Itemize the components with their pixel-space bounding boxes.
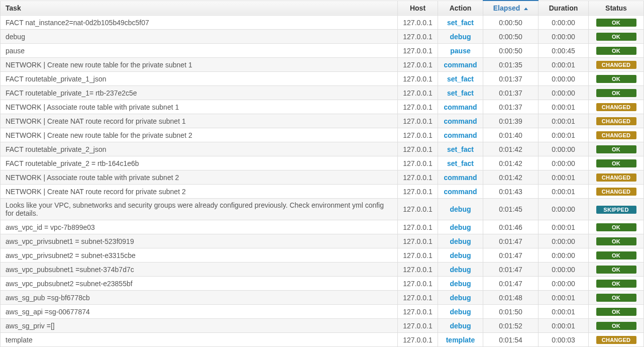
task-cell: NETWORK | Associate route table with pri… bbox=[1, 100, 398, 114]
table-body: FACT nat_instance2=nat-0d2b105b49cbc5f07… bbox=[1, 16, 644, 348]
col-action[interactable]: Action bbox=[438, 1, 483, 16]
action-cell: command bbox=[438, 100, 483, 114]
status-cell: OK bbox=[589, 72, 644, 86]
table-row[interactable]: NETWORK | Associate route table with pri… bbox=[1, 100, 644, 114]
duration-cell: 0:00:01 bbox=[539, 185, 589, 199]
action-link[interactable]: debug bbox=[450, 266, 471, 274]
action-cell: debug bbox=[438, 248, 483, 263]
host-cell: 127.0.0.1 bbox=[398, 291, 438, 305]
action-link[interactable]: debug bbox=[450, 251, 471, 259]
action-link[interactable]: debug bbox=[450, 280, 471, 288]
status-cell: CHANGED bbox=[589, 185, 644, 199]
task-cell: debug bbox=[1, 30, 398, 44]
action-link[interactable]: debug bbox=[450, 205, 471, 213]
action-link[interactable]: set_fact bbox=[447, 19, 474, 27]
action-link[interactable]: command bbox=[444, 131, 477, 139]
table-row[interactable]: FACT routetable_private_2_json127.0.0.1s… bbox=[1, 142, 644, 156]
action-link[interactable]: debug bbox=[450, 322, 471, 330]
action-cell: command bbox=[438, 170, 483, 185]
elapsed-cell: 0:01:54 bbox=[483, 333, 539, 347]
host-cell: 127.0.0.1 bbox=[398, 170, 438, 185]
table-row[interactable]: FACT routetable_private_1= rtb-237e2c5e1… bbox=[1, 86, 644, 100]
action-cell: set_fact bbox=[438, 72, 483, 86]
table-row[interactable]: aws_vpc_id = vpc-7b899e03127.0.0.1debug0… bbox=[1, 220, 644, 234]
table-row[interactable]: template127.0.0.1template0:01:540:00:03C… bbox=[1, 333, 644, 347]
elapsed-cell: 0:01:52 bbox=[483, 319, 539, 333]
status-cell: CHANGED bbox=[589, 58, 644, 72]
action-link[interactable]: debug bbox=[450, 294, 471, 302]
table-row[interactable]: FACT routetable_private_1_json127.0.0.1s… bbox=[1, 72, 644, 86]
duration-cell: 0:00:01 bbox=[539, 305, 589, 319]
task-cell: FACT routetable_private_2_json bbox=[1, 142, 398, 156]
col-duration-label: Duration bbox=[549, 4, 578, 12]
host-cell: 127.0.0.1 bbox=[398, 86, 438, 100]
host-cell: 127.0.0.1 bbox=[398, 100, 438, 114]
col-status[interactable]: Status bbox=[589, 1, 644, 16]
action-link[interactable]: set_fact bbox=[447, 145, 474, 153]
action-cell: debug bbox=[438, 277, 483, 291]
task-cell: Looks like your VPC, subnetworks and sec… bbox=[1, 199, 398, 220]
table-row[interactable]: FACT routetable_private_2 = rtb-164c1e6b… bbox=[1, 156, 644, 170]
action-link[interactable]: command bbox=[444, 103, 477, 111]
task-cell: aws_vpc_pubsubnet1 =subnet-374b7d7c bbox=[1, 263, 398, 277]
task-cell: FACT routetable_private_1= rtb-237e2c5e bbox=[1, 86, 398, 100]
status-badge: OK bbox=[596, 322, 636, 330]
status-cell: OK bbox=[589, 30, 644, 44]
action-cell: debug bbox=[438, 291, 483, 305]
table-row[interactable]: NETWORK | Associate route table with pri… bbox=[1, 170, 644, 185]
table-row[interactable]: FACT nat_instance2=nat-0d2b105b49cbc5f07… bbox=[1, 16, 644, 30]
table-row[interactable]: aws_vpc_pubsubnet2 =subnet-e23855bf127.0… bbox=[1, 277, 644, 291]
table-row[interactable]: NETWORK | Create NAT route record for pr… bbox=[1, 185, 644, 199]
table-row[interactable]: aws_sg_priv =[]127.0.0.1debug0:01:520:00… bbox=[1, 319, 644, 333]
col-duration[interactable]: Duration bbox=[539, 1, 589, 16]
status-badge: OK bbox=[596, 223, 636, 231]
col-action-label: Action bbox=[450, 4, 472, 12]
table-row[interactable]: NETWORK | Create NAT route record for pr… bbox=[1, 114, 644, 128]
table-row[interactable]: aws_sg_api =sg-00677874127.0.0.1debug0:0… bbox=[1, 305, 644, 319]
table-row[interactable]: debug127.0.0.1debug0:00:500:00:00OK bbox=[1, 30, 644, 44]
table-row[interactable]: NETWORK | Create new route table for the… bbox=[1, 128, 644, 142]
status-badge: CHANGED bbox=[596, 103, 636, 111]
action-cell: debug bbox=[438, 220, 483, 234]
action-link[interactable]: command bbox=[444, 61, 477, 69]
elapsed-cell: 0:00:50 bbox=[483, 30, 539, 44]
table-row[interactable]: pause127.0.0.1pause0:00:500:00:45OK bbox=[1, 44, 644, 58]
table-row[interactable]: aws_vpc_pubsubnet1 =subnet-374b7d7c127.0… bbox=[1, 263, 644, 277]
status-badge: CHANGED bbox=[596, 173, 636, 182]
table-row[interactable]: aws_vpc_privsubnet2 = subnet-e3315cbe127… bbox=[1, 248, 644, 263]
host-cell: 127.0.0.1 bbox=[398, 16, 438, 30]
action-link[interactable]: set_fact bbox=[447, 159, 474, 167]
action-link[interactable]: set_fact bbox=[447, 89, 474, 97]
status-badge: OK bbox=[596, 145, 636, 153]
col-elapsed[interactable]: Elapsed bbox=[483, 1, 539, 16]
table-row[interactable]: NETWORK | Create new route table for the… bbox=[1, 58, 644, 72]
col-task[interactable]: Task bbox=[1, 1, 398, 16]
status-badge: CHANGED bbox=[596, 336, 636, 344]
status-badge: OK bbox=[596, 308, 636, 316]
host-cell: 127.0.0.1 bbox=[398, 305, 438, 319]
action-link[interactable]: command bbox=[444, 188, 477, 196]
table-row[interactable]: Looks like your VPC, subnetworks and sec… bbox=[1, 199, 644, 220]
table-row[interactable]: aws_vpc_privsubnet1 = subnet-523f0919127… bbox=[1, 234, 644, 248]
elapsed-cell: 0:01:50 bbox=[483, 305, 539, 319]
action-cell: command bbox=[438, 58, 483, 72]
host-cell: 127.0.0.1 bbox=[398, 58, 438, 72]
action-link[interactable]: debug bbox=[450, 237, 471, 245]
elapsed-cell: 0:01:47 bbox=[483, 234, 539, 248]
action-link[interactable]: set_fact bbox=[447, 75, 474, 83]
host-cell: 127.0.0.1 bbox=[398, 277, 438, 291]
elapsed-cell: 0:01:42 bbox=[483, 156, 539, 170]
action-link[interactable]: command bbox=[444, 173, 477, 182]
task-cell: pause bbox=[1, 44, 398, 58]
action-link[interactable]: command bbox=[444, 117, 477, 125]
col-host[interactable]: Host bbox=[398, 1, 438, 16]
action-link[interactable]: template bbox=[446, 336, 475, 344]
action-link[interactable]: pause bbox=[450, 47, 470, 55]
action-link[interactable]: debug bbox=[450, 223, 471, 231]
status-cell: OK bbox=[589, 142, 644, 156]
action-link[interactable]: debug bbox=[450, 308, 471, 316]
table-row[interactable]: aws_sg_pub =sg-bf6778cb127.0.0.1debug0:0… bbox=[1, 291, 644, 305]
action-link[interactable]: debug bbox=[450, 33, 471, 41]
task-cell: NETWORK | Create new route table for the… bbox=[1, 58, 398, 72]
status-badge: CHANGED bbox=[596, 117, 636, 125]
